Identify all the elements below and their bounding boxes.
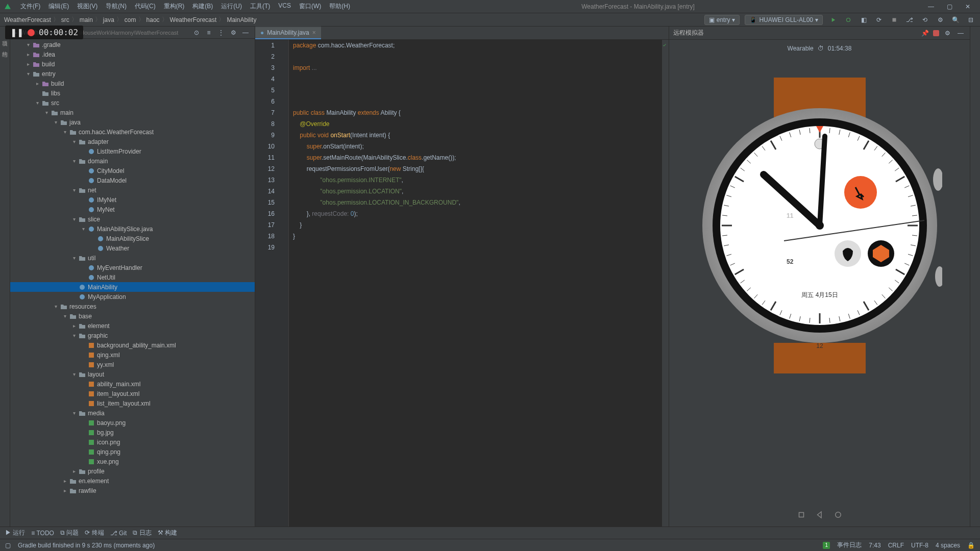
pause-icon[interactable]: ❚❚ [10, 28, 23, 37]
status-icon[interactable]: ▢ [5, 542, 11, 549]
tree-net[interactable]: ▾net [10, 185, 255, 195]
tree-base[interactable]: ▾base [10, 311, 255, 321]
project-tree[interactable]: ▾.gradle▸.idea▸build▾entry▸buildlibs▾src… [10, 39, 255, 527]
menu-编辑(E)[interactable]: 编辑(E) [45, 1, 72, 12]
indent[interactable]: 4 spaces [936, 542, 960, 549]
crumb-java[interactable]: java [103, 16, 114, 23]
record-icon[interactable] [28, 29, 35, 36]
hide-icon[interactable]: — [240, 28, 251, 38]
menu-导航(N)[interactable]: 导航(N) [103, 1, 130, 12]
menu-视图(V)[interactable]: 视图(V) [74, 1, 101, 12]
tree-.gradle[interactable]: ▾.gradle [10, 40, 255, 49]
menu-运行(U)[interactable]: 运行(U) [218, 1, 245, 12]
run-config-selector[interactable]: ▣entry▾ [704, 15, 740, 25]
tree-build[interactable]: ▸build [10, 59, 255, 69]
tree-list_item_layout.xml[interactable]: list_item_layout.xml [10, 398, 255, 408]
watch-emulator[interactable]: 12 11 52 周五 4月15日 [697, 78, 942, 373]
tree-Weather[interactable]: Weather [10, 243, 255, 253]
close-tab-icon[interactable]: × [312, 29, 316, 36]
run-icon[interactable] [828, 15, 838, 25]
recent-key-icon[interactable] [797, 510, 806, 519]
tree-DataModel[interactable]: DataModel [10, 176, 255, 185]
sync-icon[interactable]: ⟲ [920, 15, 930, 25]
menu-帮助(H)[interactable]: 帮助(H) [326, 1, 353, 12]
code-editor[interactable]: 12345678910111213141516171819 package co… [255, 40, 669, 527]
previewer-hide-icon[interactable]: — [955, 28, 966, 38]
tree-util[interactable]: ▾util [10, 253, 255, 263]
search-icon[interactable]: 🔍 [950, 15, 961, 25]
crumb-WeatherForecast[interactable]: WeatherForecast [170, 16, 217, 23]
tree-MainAbility[interactable]: MainAbility [10, 282, 255, 292]
crumb-main[interactable]: main [80, 16, 93, 23]
git-icon[interactable]: ⎇ [904, 15, 915, 25]
tool-⧉ 日志[interactable]: ⧉ 日志 [133, 529, 151, 537]
menu-重构(R)[interactable]: 重构(R) [161, 1, 188, 12]
tree-qing.png[interactable]: qing.png [10, 447, 255, 457]
tree-main[interactable]: ▾main [10, 108, 255, 117]
tree-en.element[interactable]: ▸en.element [10, 476, 255, 486]
tree-libs[interactable]: libs [10, 88, 255, 98]
menu-文件(F)[interactable]: 文件(F) [17, 1, 43, 12]
tree-media[interactable]: ▾media [10, 408, 255, 418]
tool-⚒ 构建[interactable]: ⚒ 构建 [158, 529, 177, 537]
debug-icon[interactable] [843, 15, 853, 25]
encoding[interactable]: UTF-8 [911, 542, 928, 549]
previewer-settings-icon[interactable]: ⚙ [942, 28, 952, 38]
crumb-haoc[interactable]: haoc [146, 16, 160, 23]
pin-icon[interactable]: 📌 [920, 28, 930, 38]
tree-.idea[interactable]: ▸.idea [10, 49, 255, 59]
tree-baoyu.png[interactable]: baoyu.png [10, 418, 255, 428]
tree-item_layout.xml[interactable]: item_layout.xml [10, 389, 255, 398]
tree-IMyNet[interactable]: IMyNet [10, 195, 255, 205]
tree-element[interactable]: ▸element [10, 321, 255, 331]
notify-icon[interactable]: ⊟ [966, 15, 976, 25]
menu-代码(C)[interactable]: 代码(C) [132, 1, 159, 12]
tab-mainability[interactable]: ● MainAbility.java × [255, 26, 321, 39]
editor-scrollbar[interactable] [662, 40, 669, 527]
tree-domain[interactable]: ▾domain [10, 156, 255, 166]
tree-ability_main.xml[interactable]: ability_main.xml [10, 379, 255, 389]
tree-MainAbilitySlice.java[interactable]: ▾MainAbilitySlice.java [10, 224, 255, 234]
tree-MainAbilitySlice[interactable]: MainAbilitySlice [10, 234, 255, 243]
tool-≡ TODO[interactable]: ≡ TODO [31, 530, 54, 537]
tree-CityModel[interactable]: CityModel [10, 166, 255, 176]
tree-com.haoc.WeatherForecast[interactable]: ▾com.haoc.WeatherForecast [10, 127, 255, 137]
tree-graphic[interactable]: ▾graphic [10, 331, 255, 340]
home-key-icon[interactable] [834, 510, 843, 519]
tree-layout[interactable]: ▾layout [10, 369, 255, 379]
gear-icon[interactable]: ⚙ [228, 28, 238, 38]
minimize-button[interactable]: — [923, 2, 939, 12]
menu-构建(B)[interactable]: 构建(B) [189, 1, 216, 12]
tree-entry[interactable]: ▾entry [10, 69, 255, 79]
readonly-icon[interactable]: 🔒 [967, 542, 975, 549]
crumb-WeatherForecast[interactable]: WeatherForecast [4, 16, 51, 23]
tree-java[interactable]: ▾java [10, 117, 255, 127]
tree-qing.xml[interactable]: qing.xml [10, 350, 255, 360]
menu-VCS[interactable]: VCS [275, 1, 294, 12]
menu-窗口(W)[interactable]: 窗口(W) [296, 1, 324, 12]
tree-MyEventHandler[interactable]: MyEventHandler [10, 263, 255, 272]
device-selector[interactable]: 📱HUAWEI GLL-AL00▾ [745, 15, 823, 25]
tree-ListItemProvider[interactable]: ListItemProvider [10, 146, 255, 156]
tool-⟳ 终端[interactable]: ⟳ 终端 [85, 529, 104, 537]
tool-⎇ Git[interactable]: ⎇ Git [110, 530, 127, 537]
tree-slice[interactable]: ▾slice [10, 214, 255, 224]
line-ending[interactable]: CRLF [888, 542, 904, 549]
tree-rawfile[interactable]: ▸rawfile [10, 486, 255, 495]
crumb-com[interactable]: com [125, 16, 136, 23]
back-key-icon[interactable] [815, 510, 824, 519]
tree-profile[interactable]: ▸profile [10, 466, 255, 476]
tree-background_ability_main.xml[interactable]: background_ability_main.xml [10, 340, 255, 350]
tree-icon.png[interactable]: icon.png [10, 437, 255, 447]
locate-icon[interactable]: ⊙ [191, 28, 202, 38]
profile-icon[interactable]: ⟳ [874, 15, 884, 25]
tree-bg.jpg[interactable]: bg.jpg [10, 428, 255, 437]
tree-yy.xml[interactable]: yy.xml [10, 360, 255, 369]
close-button[interactable]: ✕ [960, 2, 976, 12]
collapse-icon[interactable]: ⋮ [216, 28, 226, 38]
crumb-src[interactable]: src [61, 16, 69, 23]
tree-build[interactable]: ▸build [10, 79, 255, 88]
event-log-label[interactable]: 事件日志 [837, 541, 862, 549]
tree-adapter[interactable]: ▾adapter [10, 137, 255, 146]
tree-MyNet[interactable]: MyNet [10, 205, 255, 214]
